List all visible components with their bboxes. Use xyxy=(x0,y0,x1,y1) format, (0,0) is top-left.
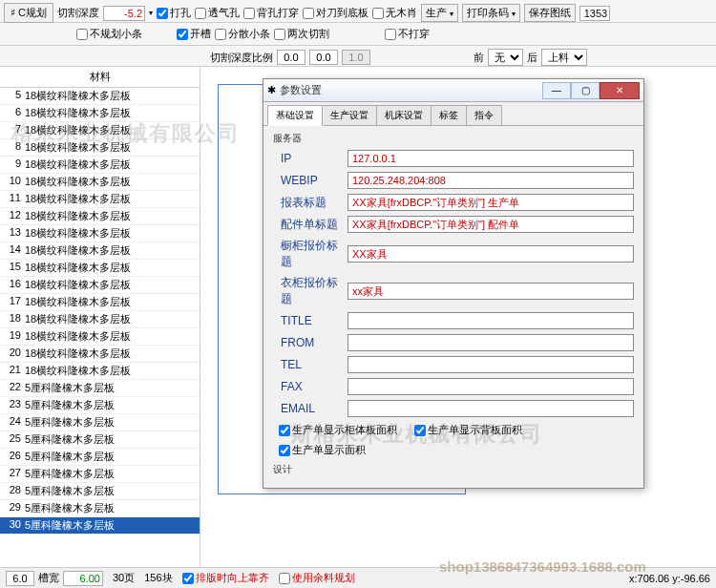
use-remnant-checkbox[interactable]: 使用余料规划 xyxy=(279,571,355,585)
back-drill-checkbox[interactable]: 背孔打穿 xyxy=(243,6,299,20)
save-paper-button[interactable]: 保存图纸 xyxy=(524,4,576,22)
material-row[interactable]: 225厘科隆橡木多层板 xyxy=(0,380,200,397)
material-row[interactable]: 1918横纹科隆橡木多层板 xyxy=(0,328,200,346)
material-num: 22 xyxy=(2,381,25,395)
from-input[interactable] xyxy=(347,334,634,351)
align-top-checkbox[interactable]: 排版时向上靠齐 xyxy=(182,571,269,585)
cplan-button[interactable]: ♯ C规划 xyxy=(4,3,53,23)
fax-input[interactable] xyxy=(347,378,634,395)
material-row[interactable]: 295厘科隆橡木多层板 xyxy=(0,500,200,517)
face-area-checkbox[interactable]: 生产单显示面积 xyxy=(279,443,366,457)
material-row[interactable]: 2118横纹科隆橡木多层板 xyxy=(0,363,200,380)
parts-title-label: 配件单标题 xyxy=(273,217,347,233)
tab-4[interactable]: 指令 xyxy=(466,105,502,125)
material-row[interactable]: 2018横纹科隆橡木多层板 xyxy=(0,346,200,363)
material-row[interactable]: 235厘科隆橡木多层板 xyxy=(0,397,200,414)
material-list[interactable]: 518横纹科隆橡木多层板618横纹科隆橡木多层板718横纹科隆橡木多层板818横… xyxy=(0,88,200,573)
cut-twice-checkbox[interactable]: 两次切割 xyxy=(274,27,329,41)
status-val-a[interactable] xyxy=(6,571,34,586)
front-select[interactable]: 无 xyxy=(488,49,523,66)
ratio-b-input[interactable] xyxy=(309,50,338,65)
dialog-titlebar[interactable]: ✱ 参数设置 ― ▢ ✕ xyxy=(263,79,643,102)
material-num: 15 xyxy=(2,261,25,275)
statusbar: 槽宽 30页 156块 排版时向上靠齐 使用余料规划 x:706.06 y:-9… xyxy=(0,567,716,588)
material-num: 12 xyxy=(2,209,25,223)
material-row[interactable]: 1518横纹科隆橡木多层板 xyxy=(0,260,200,277)
material-row[interactable]: 1718横纹科隆橡木多层板 xyxy=(0,294,200,311)
settings-dialog: ✱ 参数设置 ― ▢ ✕ 基础设置生产设置机床设置标签指令 服务器 IP WEB… xyxy=(263,78,644,489)
material-row[interactable]: 1018横纹科隆橡木多层板 xyxy=(0,174,200,191)
material-name: 18横纹科隆橡木多层板 xyxy=(25,329,198,344)
material-num: 7 xyxy=(2,123,25,137)
print-barcode-button[interactable]: 打印条码 ▾ xyxy=(462,4,520,22)
material-name: 5厘科隆橡木多层板 xyxy=(25,518,198,533)
no-through-checkbox[interactable]: 不打穿 xyxy=(385,27,430,41)
slot-checkbox[interactable]: 开槽 xyxy=(177,27,211,41)
material-num: 30 xyxy=(2,518,25,533)
tel-label: TEL xyxy=(273,358,347,371)
material-row[interactable]: 818横纹科隆橡木多层板 xyxy=(0,139,200,157)
report-title-input[interactable] xyxy=(347,194,634,211)
design-group-label: 设计 xyxy=(273,463,634,476)
back-area-checkbox[interactable]: 生产单显示背板面积 xyxy=(414,423,522,437)
tab-0[interactable]: 基础设置 xyxy=(267,105,323,126)
back-select[interactable]: 上料 xyxy=(541,49,587,66)
material-row[interactable]: 1318横纹科隆橡木多层板 xyxy=(0,225,200,242)
title-input[interactable] xyxy=(347,312,634,329)
cabinet-quote-input[interactable] xyxy=(347,245,634,262)
material-name: 18横纹科隆橡木多层板 xyxy=(25,312,198,326)
material-row[interactable]: 518横纹科隆橡木多层板 xyxy=(0,88,200,105)
material-num: 27 xyxy=(2,467,25,481)
material-num: 13 xyxy=(2,226,25,241)
tel-input[interactable] xyxy=(347,356,634,373)
material-row[interactable]: 1818横纹科隆橡木多层板 xyxy=(0,311,200,328)
back-label: 后 xyxy=(527,51,537,65)
wardrobe-quote-input[interactable] xyxy=(347,283,634,300)
ip-input[interactable] xyxy=(347,150,634,167)
paper-num-input[interactable] xyxy=(579,6,610,21)
material-row[interactable]: 265厘科隆橡木多层板 xyxy=(0,449,200,466)
close-button[interactable]: ✕ xyxy=(600,82,640,99)
minimize-button[interactable]: ― xyxy=(542,82,571,99)
material-row[interactable]: 918横纹科隆橡木多层板 xyxy=(0,157,200,174)
parts-title-input[interactable] xyxy=(347,216,634,233)
ratio-c-input xyxy=(342,50,370,65)
tab-2[interactable]: 机床设置 xyxy=(376,105,432,125)
material-row[interactable]: 245厘科隆橡木多层板 xyxy=(0,414,200,431)
material-name: 5厘科隆橡木多层板 xyxy=(25,415,198,430)
webip-input[interactable] xyxy=(347,172,634,189)
material-name: 18横纹科隆橡木多层板 xyxy=(25,364,198,378)
material-row[interactable]: 305厘科隆橡木多层板 xyxy=(0,517,200,535)
cabinet-area-checkbox[interactable]: 生产单显示柜体板面积 xyxy=(279,423,397,437)
material-row[interactable]: 1218横纹科隆橡木多层板 xyxy=(0,208,200,225)
material-name: 18横纹科隆橡木多层板 xyxy=(25,106,198,120)
ratio-a-input[interactable] xyxy=(277,50,305,65)
maximize-button[interactable]: ▢ xyxy=(571,82,600,99)
produce-button[interactable]: 生产 ▾ xyxy=(421,4,458,22)
material-row[interactable]: 285厘科隆橡木多层板 xyxy=(0,483,200,500)
scatter-checkbox[interactable]: 分散小条 xyxy=(215,27,270,41)
slot-width-input[interactable] xyxy=(63,571,103,586)
drill-checkbox[interactable]: 打孔 xyxy=(157,6,191,20)
material-row[interactable]: 718横纹科隆橡木多层板 xyxy=(0,122,200,139)
material-name: 18横纹科隆橡木多层板 xyxy=(25,295,198,309)
spinner-icon[interactable]: ▾ xyxy=(149,9,153,17)
knife-bottom-checkbox[interactable]: 对刀到底板 xyxy=(303,6,369,20)
material-row[interactable]: 1418横纹科隆橡木多层板 xyxy=(0,242,200,260)
no-plan-small-checkbox[interactable]: 不规划小条 xyxy=(76,27,142,41)
tab-1[interactable]: 生产设置 xyxy=(322,105,377,125)
material-row[interactable]: 275厘科隆橡木多层板 xyxy=(0,466,200,483)
toolbar-row-2: 切割深度比例 前 无 后 上料 xyxy=(0,46,716,67)
material-row[interactable]: 255厘科隆橡木多层板 xyxy=(0,431,200,449)
tab-3[interactable]: 标签 xyxy=(431,105,467,125)
email-input[interactable] xyxy=(347,400,634,417)
material-row[interactable]: 1618横纹科隆橡木多层板 xyxy=(0,277,200,294)
material-row[interactable]: 1118横纹科隆橡木多层板 xyxy=(0,191,200,208)
cut-depth-input[interactable] xyxy=(103,6,145,21)
material-num: 20 xyxy=(2,346,25,361)
material-name: 5厘科隆橡木多层板 xyxy=(25,450,198,464)
no-wood-checkbox[interactable]: 无木肖 xyxy=(372,6,417,20)
title-label: TITLE xyxy=(273,314,347,327)
material-row[interactable]: 618横纹科隆橡木多层板 xyxy=(0,105,200,122)
vent-checkbox[interactable]: 透气孔 xyxy=(195,6,240,20)
